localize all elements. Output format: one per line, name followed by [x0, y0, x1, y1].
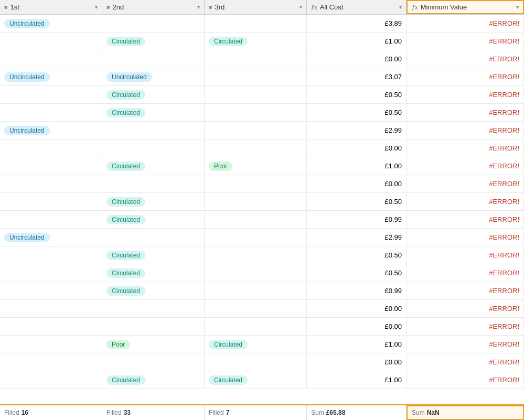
cell-col3-row1[interactable]: Circulated — [205, 33, 307, 50]
cell-col3-row2[interactable] — [205, 50, 307, 68]
cell-col1-row14[interactable] — [0, 264, 102, 282]
cell-col2-row0[interactable] — [102, 15, 205, 32]
cell-col2-row12[interactable] — [102, 229, 205, 246]
cell-col5-row20[interactable]: #ERROR! — [407, 371, 524, 389]
cell-col4-row20[interactable]: £1.00 — [307, 371, 407, 389]
cell-col4-row11[interactable]: £0.99 — [307, 211, 407, 228]
cell-col2-row15[interactable]: Circulated — [102, 282, 205, 299]
cell-col3-row5[interactable] — [205, 104, 307, 121]
table-row[interactable]: £0.00#ERROR! — [0, 50, 524, 68]
cell-col1-row2[interactable] — [0, 50, 102, 68]
cell-col2-row1[interactable]: Circulated — [102, 33, 205, 50]
cell-col3-row3[interactable] — [205, 68, 307, 85]
cell-col4-row15[interactable]: £0.99 — [307, 282, 407, 299]
cell-col5-row4[interactable]: #ERROR! — [407, 86, 524, 103]
cell-col1-row15[interactable] — [0, 282, 102, 299]
cell-col2-row18[interactable]: Poor — [102, 336, 205, 353]
cell-col4-row16[interactable]: £0.00 — [307, 300, 407, 317]
cell-col5-row0[interactable]: #ERROR! — [407, 15, 524, 32]
table-row[interactable]: £0.00#ERROR! — [0, 353, 524, 371]
cell-col2-row16[interactable] — [102, 300, 205, 317]
table-row[interactable]: PoorCirculated£1.00#ERROR! — [0, 336, 524, 353]
table-row[interactable]: UncirculatedUncirculated£3.07#ERROR! — [0, 68, 524, 86]
cell-col4-row6[interactable]: £2.99 — [307, 122, 407, 139]
cell-col4-row18[interactable]: £1.00 — [307, 336, 407, 353]
cell-col2-row6[interactable] — [102, 122, 205, 139]
cell-col5-row19[interactable]: #ERROR! — [407, 353, 524, 371]
cell-col5-row1[interactable]: #ERROR! — [407, 33, 524, 50]
cell-col4-row2[interactable]: £0.00 — [307, 50, 407, 68]
cell-col4-row9[interactable]: £0.00 — [307, 175, 407, 192]
cell-col3-row6[interactable] — [205, 122, 307, 139]
cell-col2-row14[interactable]: Circulated — [102, 264, 205, 282]
cell-col2-row17[interactable] — [102, 318, 205, 335]
cell-col1-row0[interactable]: Uncirculated — [0, 15, 102, 32]
cell-col4-row10[interactable]: £0.50 — [307, 193, 407, 210]
cell-col1-row5[interactable] — [0, 104, 102, 121]
cell-col3-row8[interactable]: Poor — [205, 157, 307, 175]
table-row[interactable]: £0.00#ERROR! — [0, 318, 524, 336]
cell-col4-row19[interactable]: £0.00 — [307, 353, 407, 371]
column-header-col2[interactable]: ≡ 2nd ▾ — [102, 0, 205, 14]
table-row[interactable]: Uncirculated£2.99#ERROR! — [0, 229, 524, 246]
column-header-col1[interactable]: ≡ 1st ▾ — [0, 0, 102, 14]
cell-col5-row12[interactable]: #ERROR! — [407, 229, 524, 246]
table-row[interactable]: Circulated£0.50#ERROR! — [0, 193, 524, 211]
cell-col2-row4[interactable]: Circulated — [102, 86, 205, 103]
table-row[interactable]: Uncirculated£3.89#ERROR! — [0, 15, 524, 33]
cell-col1-row12[interactable]: Uncirculated — [0, 229, 102, 246]
cell-col4-row13[interactable]: £0.50 — [307, 246, 407, 264]
cell-col3-row15[interactable] — [205, 282, 307, 299]
cell-col2-row3[interactable]: Uncirculated — [102, 68, 205, 85]
cell-col2-row7[interactable] — [102, 139, 205, 157]
cell-col1-row20[interactable] — [0, 371, 102, 389]
cell-col5-row14[interactable]: #ERROR! — [407, 264, 524, 282]
cell-col5-row2[interactable]: #ERROR! — [407, 50, 524, 68]
column-header-col3[interactable]: ≡ 3rd ▾ — [205, 0, 307, 14]
cell-col5-row8[interactable]: #ERROR! — [407, 157, 524, 175]
cell-col5-row9[interactable]: #ERROR! — [407, 175, 524, 192]
table-row[interactable]: £0.00#ERROR! — [0, 175, 524, 193]
table-row[interactable]: Circulated£0.50#ERROR! — [0, 86, 524, 104]
cell-col2-row11[interactable]: Circulated — [102, 211, 205, 228]
cell-col5-row10[interactable]: #ERROR! — [407, 193, 524, 210]
cell-col4-row5[interactable]: £0.50 — [307, 104, 407, 121]
cell-col3-row12[interactable] — [205, 229, 307, 246]
table-row[interactable]: £0.00#ERROR! — [0, 300, 524, 318]
table-row[interactable]: Circulated£0.50#ERROR! — [0, 104, 524, 122]
cell-col1-row3[interactable]: Uncirculated — [0, 68, 102, 85]
cell-col1-row10[interactable] — [0, 193, 102, 210]
cell-col5-row11[interactable]: #ERROR! — [407, 211, 524, 228]
table-row[interactable]: Circulated£0.50#ERROR! — [0, 264, 524, 282]
cell-col1-row13[interactable] — [0, 246, 102, 264]
cell-col3-row20[interactable]: Circulated — [205, 371, 307, 389]
cell-col4-row0[interactable]: £3.89 — [307, 15, 407, 32]
table-row[interactable]: Circulated£0.99#ERROR! — [0, 211, 524, 229]
cell-col1-row19[interactable] — [0, 353, 102, 371]
cell-col2-row8[interactable]: Circulated — [102, 157, 205, 175]
cell-col4-row8[interactable]: £1.00 — [307, 157, 407, 175]
cell-col4-row12[interactable]: £2.99 — [307, 229, 407, 246]
cell-col5-row3[interactable]: #ERROR! — [407, 68, 524, 85]
cell-col4-row3[interactable]: £3.07 — [307, 68, 407, 85]
cell-col4-row4[interactable]: £0.50 — [307, 86, 407, 103]
cell-col3-row16[interactable] — [205, 300, 307, 317]
column-header-col4[interactable]: ƒx All Cost ▾ — [307, 0, 407, 14]
cell-col3-row11[interactable] — [205, 211, 307, 228]
cell-col5-row18[interactable]: #ERROR! — [407, 336, 524, 353]
table-row[interactable]: CirculatedCirculated£1.00#ERROR! — [0, 33, 524, 50]
cell-col2-row5[interactable]: Circulated — [102, 104, 205, 121]
cell-col1-row1[interactable] — [0, 33, 102, 50]
table-row[interactable]: CirculatedPoor£1.00#ERROR! — [0, 157, 524, 175]
cell-col1-row9[interactable] — [0, 175, 102, 192]
table-row[interactable]: £0.00#ERROR! — [0, 139, 524, 157]
table-row[interactable]: Circulated£0.50#ERROR! — [0, 246, 524, 264]
cell-col3-row19[interactable] — [205, 353, 307, 371]
table-row[interactable]: Uncirculated£2.99#ERROR! — [0, 122, 524, 139]
cell-col2-row10[interactable]: Circulated — [102, 193, 205, 210]
cell-col3-row13[interactable] — [205, 246, 307, 264]
cell-col3-row10[interactable] — [205, 193, 307, 210]
cell-col4-row1[interactable]: £1.00 — [307, 33, 407, 50]
cell-col5-row17[interactable]: #ERROR! — [407, 318, 524, 335]
cell-col5-row13[interactable]: #ERROR! — [407, 246, 524, 264]
